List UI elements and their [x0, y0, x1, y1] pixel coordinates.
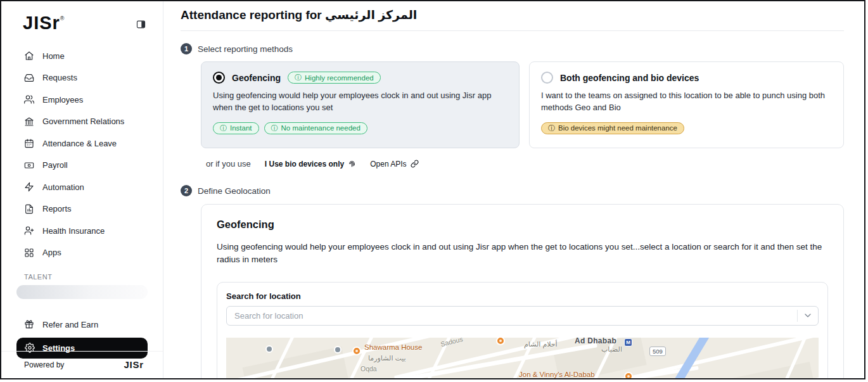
location-search-input[interactable]	[226, 306, 819, 326]
alternative-methods-row: or if you use I Use bio devices only Ope…	[206, 159, 844, 169]
sidebar-item-apps[interactable]: Apps	[1, 242, 163, 264]
both-methods-option-description: I want to the teams on assigned to this …	[541, 90, 832, 114]
step-1-indicator: 1	[181, 43, 192, 54]
sidebar-item-label: Health Insurance	[42, 226, 105, 236]
sidebar-item-label: Refer and Earn	[42, 320, 98, 329]
sidebar-item-label: Attendance & Leave	[42, 139, 117, 148]
lightning-icon	[24, 182, 34, 192]
sidebar-item-label: Payroll	[42, 160, 68, 170]
both-methods-option-card[interactable]: Both geofencing and bio devices I want t…	[529, 61, 844, 148]
geofencing-radio[interactable]	[213, 72, 225, 84]
sidebar-item-government-relations[interactable]: Government Relations	[1, 111, 163, 133]
map-label-ahlam: أحلام الشام	[524, 340, 558, 348]
restaurant-poi-icon[interactable]	[624, 372, 633, 380]
geofencing-section-card: Geofencing Using geofencing would help y…	[201, 204, 844, 379]
sidebar-item-label: Home	[42, 51, 65, 61]
health-person-icon	[24, 226, 34, 236]
info-icon: ⓘ	[271, 125, 278, 132]
sidebar-item-label: Automation	[42, 182, 84, 192]
map-label-shawarma-house[interactable]: Shawarma House	[364, 343, 422, 351]
sidebar-item-reports[interactable]: Reports	[1, 198, 163, 220]
map-label-ad-dhabab: Ad Dhabab	[575, 338, 616, 345]
search-location-label: Search for location	[226, 291, 819, 301]
map-label-shawarma-arabic: بيت الشاورما	[368, 354, 406, 362]
powered-by-text: Powered by	[24, 360, 64, 369]
route-509-badge: 509	[649, 347, 666, 356]
sidebar: JISr® Home Requests Employees Government…	[1, 1, 163, 378]
open-apis-link[interactable]: Open APIs	[370, 160, 418, 169]
page-title: Attendance reporting for المركز الرئيسي	[181, 8, 844, 22]
jisr-logo-text: JISr	[23, 13, 60, 33]
sidebar-collapse-icon[interactable]	[136, 19, 146, 32]
instant-badge: ⓘ Instant	[213, 122, 259, 134]
users-icon	[24, 94, 34, 105]
sidebar-item-automation[interactable]: Automation	[1, 176, 163, 198]
badge-label: No maintenance needed	[281, 124, 361, 132]
sidebar-section-talent: TALENT	[1, 273, 163, 281]
geofencing-section-description: Using geofencing would help your employe…	[217, 241, 828, 267]
step-2-indicator: 2	[181, 185, 192, 196]
sidebar-item-label: Reports	[42, 204, 72, 213]
bio-maintenance-warning-badge: ⓘ Bio devices might need maintenance	[541, 122, 684, 134]
info-icon: ⓘ	[548, 125, 555, 132]
sidebar-footer: Powered by JISr	[1, 351, 163, 378]
geofencing-option-card[interactable]: Geofencing ⓘ Highly recommended Using ge…	[201, 61, 520, 148]
location-search-card: Search for location	[217, 282, 828, 380]
banknote-icon	[24, 160, 34, 170]
map-label-oqda-street: Oqda	[361, 365, 377, 372]
chevron-down-icon[interactable]	[803, 310, 813, 321]
sidebar-menu: Home Requests Employees Government Relat…	[1, 45, 163, 264]
sidebar-item-employees[interactable]: Employees	[1, 89, 163, 111]
restaurant-poi-icon[interactable]	[352, 347, 361, 355]
sidebar-item-payroll[interactable]: Payroll	[1, 155, 163, 177]
info-icon: ⓘ	[295, 74, 302, 81]
step-2-label: Define Geolocation	[198, 186, 271, 196]
location-map[interactable]: M Shawarma House بيت الشاورما Oqda Sadou…	[226, 338, 819, 380]
gift-icon	[24, 319, 34, 329]
geofencing-section-title: Geofencing	[217, 219, 828, 231]
restaurant-poi-icon[interactable]	[496, 338, 505, 345]
sidebar-item-refer-and-earn[interactable]: Refer and Earn	[1, 314, 163, 336]
talent-skeleton-placeholder	[16, 285, 148, 299]
map-label-ad-dhabab-arabic: الضباب	[601, 345, 622, 353]
title-divider	[181, 30, 844, 31]
input-divider	[797, 310, 798, 322]
main-content: Attendance reporting for المركز الرئيسي …	[163, 1, 864, 378]
sidebar-item-health-insurance[interactable]: Health Insurance	[1, 220, 163, 242]
apps-grid-icon	[24, 248, 34, 258]
report-document-icon	[24, 204, 34, 214]
map-poi-icon[interactable]	[334, 346, 341, 353]
step-1-label: Select reporting methods	[198, 44, 293, 54]
map-label-sadous-street: Sadous	[440, 338, 463, 348]
sidebar-item-label: Requests	[42, 73, 77, 82]
badge-label: Instant	[230, 124, 252, 132]
badge-label: Highly recommended	[305, 74, 374, 82]
sidebar-item-label: Employees	[42, 95, 83, 105]
sidebar-item-attendance-leave[interactable]: Attendance & Leave	[1, 132, 163, 155]
jisr-logo: JISr®	[23, 14, 65, 32]
metro-station-icon[interactable]: M	[624, 338, 632, 347]
open-apis-label: Open APIs	[370, 160, 406, 169]
sidebar-item-requests[interactable]: Requests	[1, 67, 163, 89]
highly-recommended-badge: ⓘ Highly recommended	[288, 72, 381, 84]
both-methods-radio[interactable]	[541, 72, 553, 84]
no-maintenance-badge: ⓘ No maintenance needed	[264, 122, 367, 134]
info-icon: ⓘ	[220, 125, 227, 132]
badge-label: Bio devices might need maintenance	[558, 124, 677, 132]
bio-devices-only-link[interactable]: I Use bio devices only	[265, 160, 356, 169]
sidebar-item-label: Government Relations	[42, 117, 124, 126]
step-1-row: 1 Select reporting methods	[181, 43, 844, 54]
geofencing-option-description: Using geofencing would help your employe…	[213, 90, 507, 114]
sidebar-item-home[interactable]: Home	[1, 45, 163, 67]
app-window: JISr® Home Requests Employees Government…	[0, 0, 865, 379]
jisr-footer-logo: JISr	[124, 359, 144, 370]
reporting-method-options: Geofencing ⓘ Highly recommended Using ge…	[201, 61, 844, 148]
bio-devices-only-label: I Use bio devices only	[265, 160, 344, 169]
link-icon	[411, 160, 419, 168]
map-block	[705, 362, 819, 379]
both-methods-option-title: Both geofencing and bio devices	[560, 73, 699, 83]
map-label-jon-vinnys[interactable]: Jon & Vinny's Al-Dabab	[519, 371, 595, 378]
fingerprint-icon	[348, 160, 356, 168]
map-poi-icon[interactable]	[265, 345, 273, 353]
geofencing-option-title: Geofencing	[232, 73, 281, 83]
